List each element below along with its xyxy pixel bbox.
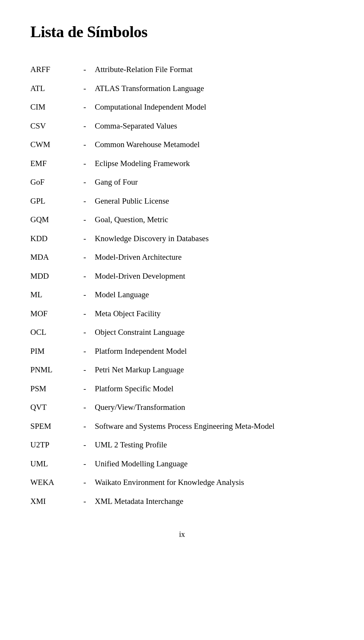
acronym-definition: UML 2 Testing Profile [95,439,334,451]
acronym-row: ML - Model Language [30,289,334,301]
acronym-list: ARFF - Attribute-Relation File FormatATL… [30,64,334,507]
acronym-row: ARFF - Attribute-Relation File Format [30,64,334,76]
acronym-dash: - [83,195,95,207]
acronym-abbr: WEKA [30,477,83,489]
acronym-definition: Comma-Separated Values [95,120,334,132]
acronym-row: XMI - XML Metadata Interchange [30,496,334,508]
acronym-abbr: EMF [30,158,83,170]
acronym-definition: Query/View/Transformation [95,402,334,414]
acronym-abbr: PSM [30,383,83,395]
acronym-row: GPL - General Public License [30,195,334,207]
acronym-definition: Common Warehouse Metamodel [95,139,334,151]
acronym-definition: Model-Driven Architecture [95,251,334,264]
acronym-row: MDA - Model-Driven Architecture [30,251,334,264]
acronym-dash: - [83,270,95,282]
acronym-dash: - [83,158,95,170]
acronym-abbr: CIM [30,101,83,113]
acronym-definition: Unified Modelling Language [95,458,334,470]
acronym-abbr: OCL [30,326,83,339]
acronym-dash: - [83,402,95,414]
acronym-definition: Eclipse Modeling Framework [95,158,334,170]
acronym-definition: General Public License [95,195,334,207]
acronym-abbr: GoF [30,176,83,188]
acronym-definition: Gang of Four [95,176,334,188]
acronym-abbr: ATL [30,83,83,95]
acronym-dash: - [83,101,95,113]
acronym-dash: - [83,308,95,320]
acronym-definition: ATLAS Transformation Language [95,83,334,95]
acronym-dash: - [83,214,95,226]
acronym-row: OCL - Object Constraint Language [30,326,334,339]
acronym-dash: - [83,439,95,451]
acronym-definition: Model Language [95,289,334,301]
acronym-definition: Model-Driven Development [95,270,334,282]
acronym-abbr: ARFF [30,64,83,76]
acronym-row: U2TP - UML 2 Testing Profile [30,439,334,451]
acronym-definition: Software and Systems Process Engineering… [95,420,334,433]
acronym-row: MDD - Model-Driven Development [30,270,334,282]
acronym-dash: - [83,383,95,395]
acronym-dash: - [83,345,95,358]
acronym-row: GoF - Gang of Four [30,176,334,188]
acronym-dash: - [83,289,95,301]
acronym-row: PNML - Petri Net Markup Language [30,364,334,376]
acronym-dash: - [83,364,95,376]
acronym-dash: - [83,83,95,95]
acronym-definition: Meta Object Facility [95,308,334,320]
acronym-definition: Knowledge Discovery in Databases [95,233,334,245]
acronym-dash: - [83,251,95,264]
acronym-dash: - [83,233,95,245]
acronym-abbr: PNML [30,364,83,376]
acronym-row: QVT - Query/View/Transformation [30,402,334,414]
acronym-row: CWM - Common Warehouse Metamodel [30,139,334,151]
acronym-definition: Petri Net Markup Language [95,364,334,376]
acronym-abbr: MDD [30,270,83,282]
acronym-abbr: KDD [30,233,83,245]
acronym-dash: - [83,420,95,433]
acronym-row: ATL - ATLAS Transformation Language [30,83,334,95]
acronym-definition: Platform Independent Model [95,345,334,358]
acronym-dash: - [83,64,95,76]
acronym-dash: - [83,496,95,508]
acronym-definition: Platform Specific Model [95,383,334,395]
acronym-row: PSM - Platform Specific Model [30,383,334,395]
acronym-row: EMF - Eclipse Modeling Framework [30,158,334,170]
acronym-row: GQM - Goal, Question, Metric [30,214,334,226]
acronym-dash: - [83,120,95,132]
acronym-abbr: QVT [30,402,83,414]
page-footer: ix [30,530,334,539]
acronym-dash: - [83,139,95,151]
acronym-definition: Computational Independent Model [95,101,334,113]
acronym-definition: Attribute-Relation File Format [95,64,334,76]
acronym-row: SPEM - Software and Systems Process Engi… [30,420,334,433]
acronym-abbr: MDA [30,251,83,264]
acronym-row: PIM - Platform Independent Model [30,345,334,358]
acronym-abbr: MOF [30,308,83,320]
acronym-definition: Goal, Question, Metric [95,214,334,226]
acronym-dash: - [83,477,95,489]
acronym-abbr: CWM [30,139,83,151]
acronym-dash: - [83,176,95,188]
acronym-abbr: CSV [30,120,83,132]
acronym-row: CSV - Comma-Separated Values [30,120,334,132]
acronym-dash: - [83,326,95,339]
page-number: ix [179,530,185,538]
acronym-abbr: ML [30,289,83,301]
acronym-abbr: XMI [30,496,83,508]
acronym-definition: Object Constraint Language [95,326,334,339]
acronym-row: CIM - Computational Independent Model [30,101,334,113]
acronym-abbr: PIM [30,345,83,358]
acronym-row: UML - Unified Modelling Language [30,458,334,470]
acronym-row: KDD - Knowledge Discovery in Databases [30,233,334,245]
acronym-abbr: UML [30,458,83,470]
acronym-row: WEKA - Waikato Environment for Knowledge… [30,477,334,489]
acronym-dash: - [83,458,95,470]
acronym-definition: Waikato Environment for Knowledge Analys… [95,477,334,489]
acronym-abbr: GQM [30,214,83,226]
page-title: Lista de Símbolos [30,23,334,41]
acronym-abbr: U2TP [30,439,83,451]
acronym-abbr: GPL [30,195,83,207]
acronym-definition: XML Metadata Interchange [95,496,334,508]
acronym-abbr: SPEM [30,420,83,433]
acronym-row: MOF - Meta Object Facility [30,308,334,320]
